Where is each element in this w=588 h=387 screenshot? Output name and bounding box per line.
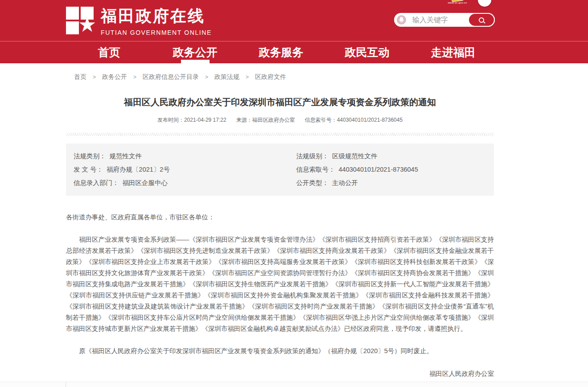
breadcrumb-separator: > <box>205 74 208 80</box>
search-button[interactable] <box>468 13 495 27</box>
info-index-value: 4403040101/2021-8736045 <box>337 117 403 123</box>
info-value: 福府办规〔2021〕2号 <box>107 166 170 173</box>
breadcrumb-separator: > <box>93 74 96 80</box>
nav-item-about-futian[interactable]: 走进福田 <box>410 41 496 63</box>
info-field-entry-department: 信息录入部门：福田区企服中心 <box>74 178 284 188</box>
info-label: 公开类型： <box>296 179 329 186</box>
footer-divider <box>66 382 66 387</box>
info-label: 信息索取号： <box>296 166 335 173</box>
breadcrumb-district-documents[interactable]: 区政府文件 <box>255 73 286 81</box>
info-value: 规范性文件 <box>110 152 142 160</box>
logo-square <box>66 21 79 34</box>
breadcrumb-gov-disclosure[interactable]: 政务公开 <box>102 73 127 81</box>
document-meta: 发布时间：2021-04-29 17:22 来源：福田区政府办公室 信息索引号：… <box>66 116 494 124</box>
voice-search-icon[interactable] <box>397 15 406 25</box>
main-nav: 首页 政务公开 政务服务 政民互动 走进福田 <box>0 41 588 63</box>
logo-square <box>66 7 79 20</box>
info-value: 区级规范性文件 <box>332 152 378 160</box>
search-input[interactable] <box>406 13 468 27</box>
floating-widget-button[interactable] <box>478 0 491 7</box>
breadcrumb: 首页 > 政务公开 > 区政府信息公开目录 > 政策法规 > 区政府文件 <box>66 63 494 81</box>
info-field-document-number: 发 文 号：福府办规〔2021〕2号 <box>74 165 284 175</box>
breadcrumb-separator: > <box>246 74 249 80</box>
breadcrumb-info-catalog[interactable]: 区政府信息公开目录 <box>143 73 199 81</box>
source-label: 来源： <box>236 117 252 123</box>
document-body: 各街道办事处、区政府直属各单位，市驻区各单位： 福田区产业发展专项资金系列政策—… <box>66 212 494 387</box>
info-value: 福田区企服中心 <box>123 179 168 186</box>
info-index: 信息索引号：4403040101/2021-8736045 <box>305 116 403 124</box>
site-logo[interactable]: ★ 福田政府在线 FUTIAN GOVERNMENT ONLINE <box>66 5 212 36</box>
site-header: ★ 福田政府在线 FUTIAN GOVERNMENT ONLINE www.sz… <box>0 0 588 41</box>
page-content: 首页 > 政务公开 > 区政府信息公开目录 > 政策法规 > 区政府文件 福田区… <box>66 63 494 387</box>
signature: 福田区人民政府办公室 <box>66 368 494 379</box>
info-index-label: 信息索引号： <box>305 117 337 123</box>
info-value: 4403040101/2021-8736045 <box>339 166 418 173</box>
source: 来源：福田区政府办公室 <box>236 116 295 124</box>
site-title: 福田政府在线 <box>101 5 212 27</box>
magnifier-icon <box>479 17 484 23</box>
search-bar <box>394 13 495 27</box>
document-title: 福田区人民政府办公室关于印发深圳市福田区产业发展专项资金系列政策的通知 <box>66 96 494 108</box>
breadcrumb-policies[interactable]: 政策法规 <box>214 73 239 81</box>
nav-item-interaction[interactable]: 政民互动 <box>324 41 410 63</box>
info-field-retrieval-number: 信息索取号：4403040101/2021-8736045 <box>284 165 494 175</box>
document-info-box: 法规类别：规范性文件 法规级别：区级规范性文件 发 文 号：福府办规〔2021〕… <box>66 144 494 196</box>
salutation: 各街道办事处、区政府直属各单位，市驻区各单位： <box>66 212 494 223</box>
site-logo-icon: ★ <box>66 7 94 34</box>
footer-edge <box>0 382 588 387</box>
publish-time: 发布时间：2021-04-29 17:22 <box>157 116 226 124</box>
publish-time-value: 2021-04-29 17:22 <box>184 117 226 123</box>
body-paragraph-2: 原《福田区人民政府办公室关于印发深圳市福田区产业发展专项资金系列政策的通知》（福… <box>66 346 494 357</box>
breadcrumb-separator: > <box>133 74 136 80</box>
nav-item-gov-services[interactable]: 政务服务 <box>238 41 324 63</box>
hatched-divider <box>66 133 494 136</box>
site-subtitle: FUTIAN GOVERNMENT ONLINE <box>101 29 212 36</box>
info-field-regulation-level: 法规级别：区级规范性文件 <box>284 151 494 161</box>
nav-item-gov-disclosure[interactable]: 政务公开 <box>152 41 238 63</box>
nav-item-home[interactable]: 首页 <box>66 41 152 63</box>
sz-gov-badge[interactable]: www.sz.gov.cn <box>443 0 472 5</box>
info-label: 法规级别： <box>296 152 329 160</box>
info-label: 信息录入部门： <box>74 179 119 186</box>
publish-time-label: 发布时间： <box>157 117 184 123</box>
sz-gov-badge-label: www.sz.gov.cn <box>443 1 472 4</box>
info-value: 主动公开 <box>332 179 358 186</box>
info-label: 法规类别： <box>74 152 106 160</box>
info-field-regulation-category: 法规类别：规范性文件 <box>74 151 284 161</box>
info-label: 发 文 号： <box>74 166 103 173</box>
breadcrumb-home[interactable]: 首页 <box>74 73 86 81</box>
source-value: 福田区政府办公室 <box>252 117 295 123</box>
body-paragraph-1: 福田区产业发展专项资金系列政策——《深圳市福田区产业发展专项资金管理办法》《深圳… <box>66 234 494 334</box>
logo-star-icon: ★ <box>81 21 94 34</box>
info-field-disclosure-type: 公开类型：主动公开 <box>284 178 494 188</box>
